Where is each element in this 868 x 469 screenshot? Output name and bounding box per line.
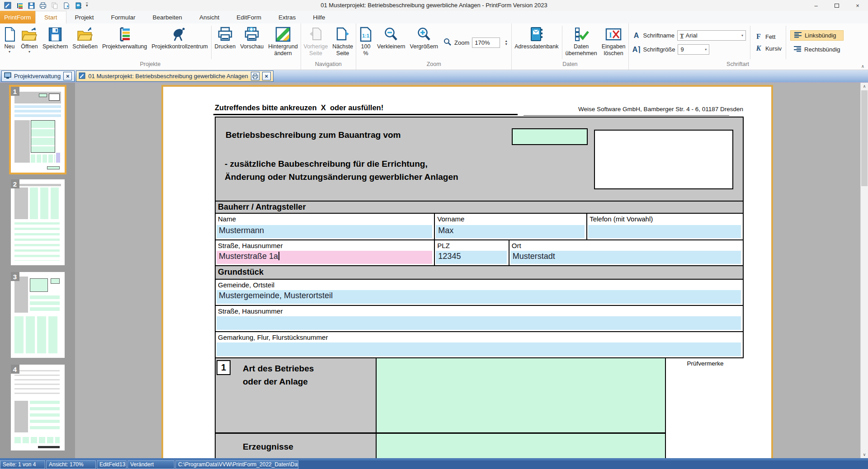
project-management-icon[interactable] (15, 1, 24, 9)
ort-field[interactable]: Musterstadt (510, 251, 741, 264)
scroll-up-icon[interactable]: ∧ (861, 83, 868, 90)
scrollbar-thumb[interactable] (861, 90, 868, 186)
plz-field[interactable]: 12345 (436, 251, 506, 264)
vertical-scrollbar[interactable]: ∧ ∨ (860, 83, 868, 458)
tab-editform[interactable]: EditForm (228, 11, 270, 23)
hintergrund-aendern-button[interactable]: Hintergrund ändern (266, 24, 300, 61)
tab2-print-button[interactable] (251, 72, 259, 80)
clear-input-icon: I (605, 26, 622, 43)
page-thumbnail-2[interactable]: 2 (11, 179, 65, 265)
tab-ansicht[interactable]: Ansicht (191, 11, 228, 23)
neu-dropdown-icon[interactable]: ▾ (9, 50, 10, 53)
page-thumbnail-3[interactable]: 3 (11, 272, 65, 358)
ribbon: Neu ▾ Öffnen ▾ Speichern Schließen (0, 23, 868, 70)
address-book-icon[interactable] (74, 1, 82, 9)
vendor-address: Weise Software GmbH, Bamberger Str. 4 - … (523, 106, 743, 113)
printform-menu-button[interactable]: PrintForm (0, 11, 35, 23)
page-thumbnail-1[interactable]: 1 (11, 87, 65, 173)
print-icon[interactable] (39, 1, 47, 9)
spinner-down-icon[interactable]: ▼ (505, 43, 508, 46)
strasse-field-active[interactable]: Musterstraße 1a (217, 251, 432, 264)
kursiv-button[interactable]: K Kursiv (755, 44, 782, 52)
verkleinern-button[interactable]: Verkleinern (375, 24, 408, 61)
bauantrag-datum-field[interactable] (512, 128, 588, 145)
status-active-field: EditFeld13 (97, 460, 127, 469)
tab-extras[interactable]: Extras (270, 11, 304, 23)
maximize-button[interactable] (826, 0, 847, 11)
satellite-dish-icon (171, 26, 188, 43)
projektkontrollzentrum-button[interactable]: Projektkontrollzentrum (149, 24, 210, 61)
section-number: 1 (217, 360, 231, 375)
projektverwaltung-button[interactable]: Projektverwaltung (100, 24, 149, 61)
rechtsbuendig-button[interactable]: Rechtsbündig (790, 44, 844, 55)
eingaben-loeschen-button[interactable]: I Eingaben löschen (599, 24, 628, 61)
tab1-close-button[interactable]: × (63, 72, 72, 80)
thumb-block (31, 120, 55, 153)
tab-start[interactable]: Start (35, 11, 66, 23)
new-form-icon[interactable] (62, 1, 71, 9)
tab-hilfe[interactable]: Hilfe (304, 11, 334, 23)
customize-toolbar-icon[interactable]: ▾ (86, 3, 88, 8)
zoom-out-icon (383, 26, 399, 43)
plz-label: PLZ (435, 240, 508, 249)
text-cursor (278, 252, 279, 260)
hundert-prozent-button[interactable]: 1:1 100 % (357, 24, 375, 61)
fett-button[interactable]: F Fett (755, 33, 782, 41)
close-button[interactable]: × (847, 0, 868, 11)
oeffnen-dropdown-icon[interactable]: ▾ (28, 50, 30, 53)
form-table: Betriebsbeschreibung zum Bauantrag vom -… (215, 117, 744, 458)
adressdatenbank-button[interactable]: Adressdatenbank (512, 24, 561, 61)
fontsize-dropdown-icon[interactable]: ▾ (701, 47, 707, 52)
zoom-spinner[interactable]: ▲ ▼ (505, 40, 508, 46)
thumb-block (31, 155, 55, 163)
neu-button[interactable]: Neu ▾ (0, 24, 19, 61)
art-des-betriebes-field[interactable] (376, 358, 665, 432)
gemarkung-field[interactable] (217, 342, 741, 356)
name-field[interactable]: Mustermann (217, 225, 432, 238)
tab2-close-button[interactable]: × (262, 72, 271, 80)
app-logo-icon (4, 1, 12, 9)
tab-formular[interactable]: Formular (103, 11, 144, 23)
erzeugnisse-label-cell: Erzeugnisse (216, 432, 376, 458)
grundstueck-row-gemeinde: Gemeinde, Ortsteil Mustergemeinde, Muste… (215, 280, 744, 306)
daten-uebernehmen-button[interactable]: Daten übernehmen (563, 24, 599, 61)
vergroessern-button[interactable]: Vergrößern (408, 24, 441, 61)
spinner-up-icon[interactable]: ▲ (505, 40, 508, 42)
fontname-select[interactable]: T̲ Arial ▾ (677, 30, 746, 41)
drucken-button[interactable]: Drucken (212, 24, 238, 61)
fontsize-select[interactable]: 9 ▾ (678, 44, 709, 55)
gemeinde-field[interactable]: Mustergemeinde, Musterortsteil (217, 290, 741, 304)
thumb-block (51, 278, 60, 284)
telefon-field[interactable] (588, 225, 741, 238)
fontname-dropdown-icon[interactable]: ▾ (738, 33, 743, 38)
vorname-label: Vorname (435, 214, 586, 223)
vorname-field[interactable]: Max (436, 225, 585, 238)
gemeinde-label: Gemeinde, Ortsteil (216, 280, 743, 289)
vendor-underline (524, 115, 729, 116)
tab-projekt[interactable]: Projekt (66, 11, 103, 23)
save-icon[interactable] (27, 1, 35, 9)
bauherr-row-1: Name Mustermann Vorname Max Telefon (mit… (215, 214, 744, 240)
speichern-button[interactable]: Speichern (40, 24, 70, 61)
thumb-block (14, 105, 61, 119)
svg-text:1:1: 1:1 (362, 33, 369, 38)
grundstueck-strasse-field[interactable] (217, 316, 741, 330)
tab-bearbeiten[interactable]: Bearbeiten (144, 11, 191, 23)
erzeugnisse-field[interactable] (376, 432, 665, 458)
minimize-button[interactable]: – (806, 0, 826, 11)
scroll-down-icon[interactable]: ∨ (861, 451, 868, 458)
schliessen-button[interactable]: Schließen (70, 24, 100, 61)
page-thumbnail-4[interactable]: 4 (11, 365, 65, 450)
zoom-value-input[interactable]: 170% (472, 38, 500, 48)
window-title: 01 Musterprojekt: Betriebsbeschreibung g… (145, 0, 723, 11)
naechste-seite-button[interactable]: Nächste Seite (330, 24, 355, 61)
vorschau-button[interactable]: Vorschau (238, 24, 266, 61)
oeffnen-button[interactable]: Öffnen ▾ (19, 24, 40, 61)
tab-projektverwaltung[interactable]: Projektverwaltung × (1, 70, 75, 82)
group-label-navigation: Navigation (302, 61, 355, 70)
tab-musterprojekt[interactable]: 01 Musterprojekt: Betriebsbeschreibung g… (76, 70, 273, 82)
thumb-block (14, 184, 61, 186)
ribbon-collapse-icon[interactable]: ∧ (861, 64, 864, 69)
linksbuendig-button[interactable]: Linksbündig (790, 30, 844, 41)
fontname-label: Schriftname (643, 32, 675, 39)
